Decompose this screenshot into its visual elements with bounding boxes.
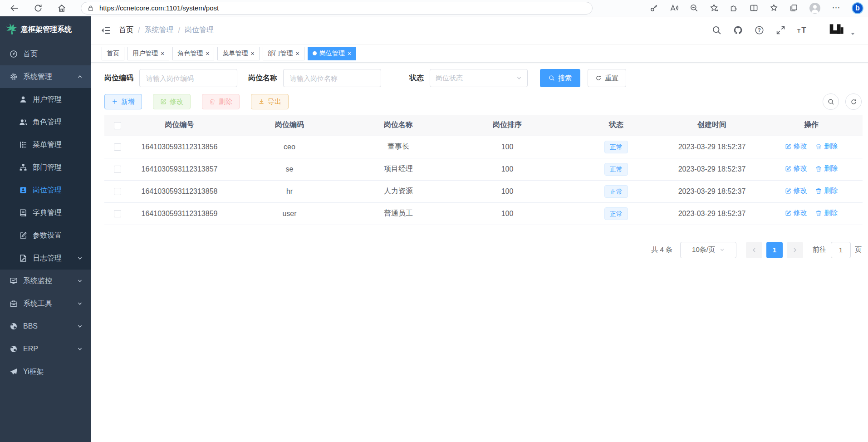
select-all-checkbox[interactable] <box>114 122 121 129</box>
next-page-button[interactable] <box>787 242 803 258</box>
tab-home[interactable]: 首页 <box>102 47 124 60</box>
sidebar-item-users[interactable]: 用户管理 <box>0 88 91 111</box>
sidebar-item-monitoring[interactable]: 系统监控 <box>0 270 91 292</box>
post-name-input[interactable] <box>283 69 381 87</box>
password-key-icon[interactable] <box>650 4 658 12</box>
sidebar-item-erp[interactable]: ERP <box>0 338 91 360</box>
tab-menu-management[interactable]: 菜单管理 × <box>217 47 259 60</box>
user-logo-menu[interactable] <box>828 23 855 38</box>
tab-close-icon[interactable]: × <box>161 50 164 57</box>
row-delete-link[interactable]: 删除 <box>815 164 838 173</box>
tag-tabbar: 首页 用户管理 × 角色管理 × 菜单管理 × 部门管理 × 岗位管理 × <box>91 44 868 63</box>
posts-table: 岗位编号 岗位编码 岗位名称 岗位排序 状态 创建时间 操作 164103059… <box>104 115 863 225</box>
row-edit-link[interactable]: 修改 <box>785 164 807 173</box>
edit-button[interactable]: 修改 <box>153 94 191 109</box>
toggle-search-button[interactable] <box>823 93 839 110</box>
row-edit-link[interactable]: 修改 <box>785 209 807 217</box>
chevron-down-icon <box>77 346 83 352</box>
tab-role-management[interactable]: 角色管理 × <box>172 47 214 60</box>
sidebar-item-parameters[interactable]: 参数设置 <box>0 224 91 247</box>
fullscreen-icon[interactable] <box>776 25 785 35</box>
extensions-icon[interactable] <box>730 4 738 12</box>
table-row[interactable]: 1641030593112313858 hr 人力资源 100 正常 2023-… <box>104 180 863 202</box>
read-aloud-icon[interactable] <box>670 4 678 12</box>
sidebar-item-roles[interactable]: 角色管理 <box>0 111 91 133</box>
search-button[interactable]: 搜索 <box>540 69 580 87</box>
sidebar-item-logs[interactable]: 日志管理 <box>0 247 91 270</box>
tab-close-icon[interactable]: × <box>250 50 254 57</box>
breadcrumb-home[interactable]: 首页 <box>119 25 133 35</box>
header-search-icon[interactable] <box>712 25 721 35</box>
sidebar-item-tools[interactable]: 系统工具 <box>0 292 91 315</box>
tab-close-icon[interactable]: × <box>206 50 209 57</box>
help-icon[interactable]: ? <box>755 25 764 35</box>
sidebar-item-menus[interactable]: 菜单管理 <box>0 133 91 156</box>
row-checkbox[interactable] <box>114 166 121 173</box>
home-icon[interactable] <box>57 4 66 13</box>
users-icon <box>19 118 27 126</box>
font-size-icon[interactable]: TT <box>797 25 807 35</box>
tab-close-icon[interactable]: × <box>348 50 351 57</box>
github-icon[interactable] <box>733 25 743 35</box>
row-delete-link[interactable]: 删除 <box>815 209 838 217</box>
row-checkbox[interactable] <box>114 143 121 151</box>
add-button[interactable]: 新增 <box>104 94 142 109</box>
table-row[interactable]: 1641030593112313859 user 普通员工 100 正常 202… <box>104 202 863 225</box>
sidebar-item-home[interactable]: 首页 <box>0 43 91 65</box>
page-content: 岗位编码 岗位名称 状态 岗位状态 搜索 重置 <box>91 63 868 442</box>
main-area: 首页 / 系统管理 / 岗位管理 ? T <box>91 16 868 442</box>
table-row[interactable]: 1641030593112313856 ceo 董事长 100 正常 2023-… <box>104 136 863 158</box>
sidebar-item-bbs[interactable]: BBS <box>0 315 91 338</box>
breadcrumb-separator: / <box>178 26 180 34</box>
delete-button[interactable]: 删除 <box>202 94 240 109</box>
sidebar-item-system[interactable]: 系统管理 <box>0 65 91 88</box>
sidebar-item-yi-framework[interactable]: Yi框架 <box>0 360 91 383</box>
navbar-actions: ? TT <box>712 23 855 38</box>
sidebar-item-departments[interactable]: 部门管理 <box>0 156 91 179</box>
col-post-name: 岗位名称 <box>351 115 446 136</box>
address-bar[interactable]: https://ccnetcore.com:1101/system/post <box>81 2 593 15</box>
export-button[interactable]: 导出 <box>251 94 289 109</box>
breadcrumb-system[interactable]: 系统管理 <box>144 25 173 35</box>
app-logo[interactable]: 意框架管理系统 <box>0 16 91 43</box>
sidebar: 意框架管理系统 首页 系统管理 用户管理 <box>0 16 91 442</box>
profile-avatar[interactable] <box>809 3 820 14</box>
refresh-icon[interactable] <box>34 4 43 13</box>
tab-user-management[interactable]: 用户管理 × <box>128 47 169 60</box>
bing-icon[interactable]: b <box>852 2 863 14</box>
refresh-table-button[interactable] <box>845 93 862 110</box>
reset-button[interactable]: 重置 <box>588 69 626 87</box>
row-edit-link[interactable]: 修改 <box>785 142 807 151</box>
row-checkbox[interactable] <box>114 188 121 195</box>
tab-post-management[interactable]: 岗位管理 × <box>308 47 356 60</box>
table-row[interactable]: 1641030593112313857 se 项目经理 100 正常 2023-… <box>104 158 863 180</box>
svg-text:T: T <box>801 26 806 34</box>
status-badge: 正常 <box>604 163 628 176</box>
page-size-select[interactable]: 10条/页 <box>680 242 736 258</box>
back-icon[interactable] <box>10 4 19 13</box>
row-delete-link[interactable]: 删除 <box>815 142 838 151</box>
chevron-down-icon <box>77 255 83 261</box>
tab-close-icon[interactable]: × <box>296 50 299 57</box>
tab-dept-management[interactable]: 部门管理 × <box>263 47 304 60</box>
app-shell: 意框架管理系统 首页 系统管理 用户管理 <box>0 16 868 442</box>
goto-page-input[interactable] <box>831 242 851 258</box>
more-menu-icon[interactable]: ⋯ <box>832 4 840 12</box>
status-badge: 正常 <box>604 141 628 153</box>
zoom-out-icon[interactable] <box>690 4 698 12</box>
current-page-button[interactable]: 1 <box>766 242 783 258</box>
sidebar-fold-icon[interactable] <box>101 25 111 35</box>
post-code-input[interactable] <box>139 69 237 87</box>
favorites-bar-icon[interactable] <box>770 4 778 12</box>
favorites-add-icon[interactable] <box>710 4 718 12</box>
row-edit-link[interactable]: 修改 <box>785 187 807 195</box>
row-checkbox[interactable] <box>114 210 121 217</box>
prev-page-button[interactable] <box>746 242 762 258</box>
status-select[interactable]: 岗位状态 <box>430 69 528 87</box>
split-screen-icon[interactable] <box>750 4 758 12</box>
collections-icon[interactable] <box>790 4 798 12</box>
row-delete-link[interactable]: 删除 <box>815 187 838 195</box>
sidebar-item-dictionary[interactable]: 字典管理 <box>0 201 91 224</box>
sidebar-item-posts[interactable]: 岗位管理 <box>0 179 91 201</box>
sidebar-item-label: 首页 <box>23 49 38 59</box>
